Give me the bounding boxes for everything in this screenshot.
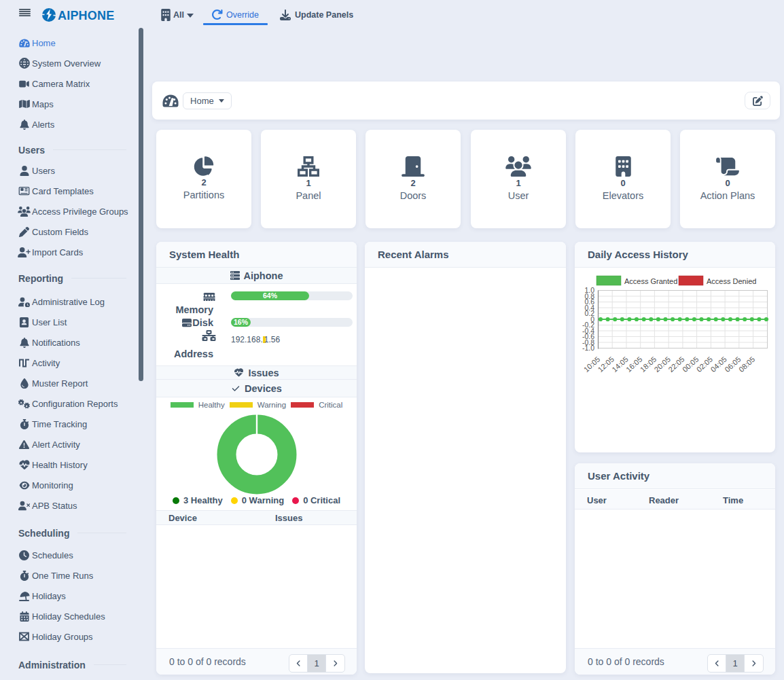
svg-text:Access Granted: Access Granted [624,277,677,285]
svg-text:Access Denied: Access Denied [707,277,756,285]
svg-text:AIPHONE: AIPHONE [58,9,114,22]
svg-text:-1.0: -1.0 [582,344,594,352]
svg-text:08:05: 08:05 [737,355,756,374]
